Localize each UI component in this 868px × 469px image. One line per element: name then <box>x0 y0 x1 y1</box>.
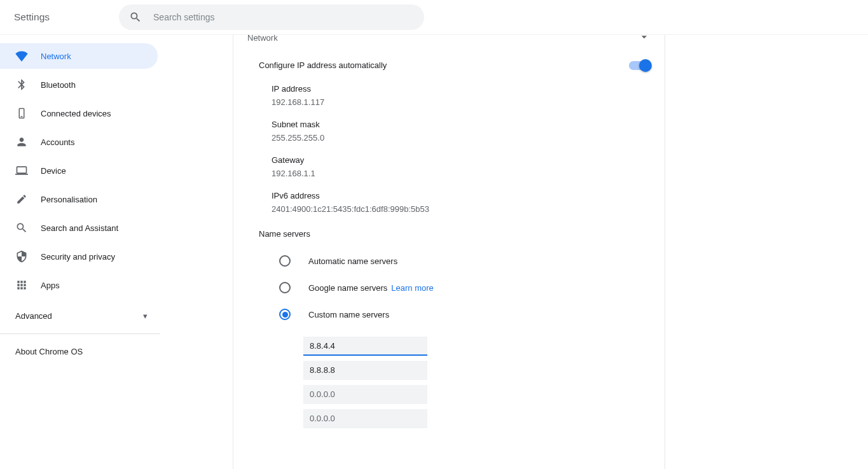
sidebar-item-personalisation[interactable]: Personalisation <box>0 186 158 212</box>
ns-custom-radio[interactable]: Custom name servers <box>233 301 665 328</box>
search-box[interactable] <box>119 4 424 30</box>
sidebar-item-device[interactable]: Device <box>0 158 158 183</box>
sidebar-item-label: Search and Assistant <box>41 223 118 233</box>
network-section-header[interactable]: Network <box>233 29 665 46</box>
radio-icon <box>279 309 291 320</box>
laptop-icon <box>15 164 28 177</box>
radio-icon <box>279 282 291 293</box>
layout: Network Bluetooth Connected devices Acco… <box>0 35 868 469</box>
learn-more-link[interactable]: Learn more <box>391 283 433 293</box>
sidebar: Network Bluetooth Connected devices Acco… <box>0 35 160 469</box>
ip-address-row: IP address 192.168.1.117 <box>233 78 665 113</box>
ipv6-row: IPv6 address 2401:4900:1c21:5435:fdc1:6d… <box>233 185 665 220</box>
dns-input-3[interactable] <box>303 409 427 428</box>
sidebar-item-apps[interactable]: Apps <box>0 272 158 298</box>
subnet-mask-value: 255.255.255.0 <box>272 133 651 143</box>
dns-input-1[interactable] <box>303 361 427 380</box>
phone-icon <box>15 107 28 120</box>
name-servers-title: Name servers <box>233 220 665 248</box>
ip-address-label: IP address <box>272 84 651 94</box>
sidebar-item-label: Network <box>41 52 71 61</box>
sidebar-item-label: Accounts <box>41 137 74 147</box>
sidebar-item-connected-devices[interactable]: Connected devices <box>0 101 158 126</box>
sidebar-item-network[interactable]: Network <box>0 43 158 69</box>
sidebar-item-security[interactable]: Security and privacy <box>0 244 158 269</box>
caret-down-icon: ▾ <box>143 311 148 321</box>
sidebar-item-label: Apps <box>41 281 60 290</box>
gateway-row: Gateway 192.168.1.1 <box>233 149 665 185</box>
search-wrap <box>119 4 424 30</box>
advanced-label: Advanced <box>15 311 52 321</box>
sidebar-about[interactable]: About Chrome OS <box>0 339 160 364</box>
main: Network Configure IP address automatical… <box>160 35 868 469</box>
ns-google-radio[interactable]: Google name servers Learn more <box>233 274 665 301</box>
gateway-value: 192.168.1.1 <box>272 169 651 178</box>
wifi-icon <box>15 50 28 62</box>
dns-row-3 <box>233 407 665 431</box>
shield-icon <box>15 250 28 263</box>
sidebar-item-label: Connected devices <box>41 109 111 118</box>
apps-icon <box>15 279 28 291</box>
subnet-mask-row: Subnet mask 255.255.255.0 <box>233 113 665 149</box>
sidebar-item-label: Device <box>41 166 66 176</box>
ipv6-label: IPv6 address <box>272 191 651 200</box>
sidebar-item-accounts[interactable]: Accounts <box>0 129 158 155</box>
sidebar-item-label: Personalisation <box>41 195 97 204</box>
gateway-label: Gateway <box>272 155 651 165</box>
ns-google-label: Google name servers <box>308 283 387 293</box>
divider <box>0 333 160 334</box>
ns-automatic-label: Automatic name servers <box>308 256 397 266</box>
dns-row-0 <box>233 334 665 358</box>
ns-automatic-radio[interactable]: Automatic name servers <box>233 248 665 274</box>
ns-custom-label: Custom name servers <box>308 310 389 319</box>
subnet-mask-label: Subnet mask <box>272 120 651 129</box>
bluetooth-icon <box>15 78 28 91</box>
search-icon <box>15 221 28 234</box>
dns-input-0[interactable] <box>303 337 427 356</box>
chevron-down-icon[interactable] <box>638 31 651 45</box>
configure-ip-auto-toggle[interactable] <box>629 61 651 70</box>
pencil-icon <box>15 193 28 206</box>
network-panel: Network Configure IP address automatical… <box>233 35 665 469</box>
ip-address-value: 192.168.1.117 <box>272 97 651 107</box>
sidebar-item-label: Security and privacy <box>41 252 115 262</box>
settings-title: Settings <box>10 11 50 23</box>
dns-row-2 <box>233 382 665 407</box>
network-header-label: Network <box>247 33 278 43</box>
sidebar-advanced[interactable]: Advanced ▾ <box>0 303 160 328</box>
person-icon <box>15 136 28 148</box>
configure-ip-auto-label: Configure IP address automatically <box>259 60 387 70</box>
search-input[interactable] <box>153 12 414 22</box>
configure-ip-auto-row: Configure IP address automatically <box>233 53 665 78</box>
sidebar-item-search-assistant[interactable]: Search and Assistant <box>0 215 158 241</box>
sidebar-item-bluetooth[interactable]: Bluetooth <box>0 72 158 97</box>
dns-input-2[interactable] <box>303 385 427 404</box>
dns-row-1 <box>233 358 665 382</box>
ipv6-value: 2401:4900:1c21:5435:fdc1:6df8:999b:5b53 <box>272 204 651 214</box>
search-icon <box>129 11 142 24</box>
radio-icon <box>279 255 291 267</box>
sidebar-item-label: Bluetooth <box>41 80 76 90</box>
